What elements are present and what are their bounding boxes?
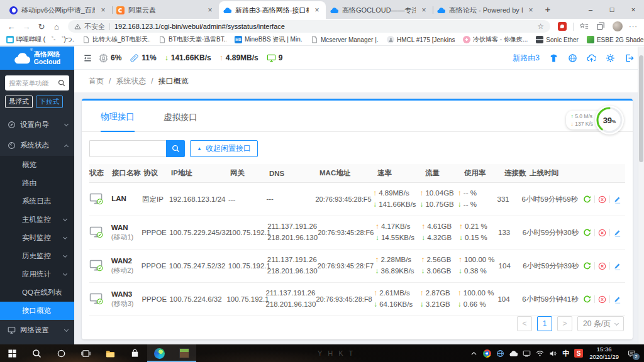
tab-close-icon[interactable]: ×	[206, 6, 214, 14]
cortana-button[interactable]	[49, 344, 74, 362]
task-view-button[interactable]	[74, 344, 98, 362]
browser-tab-baidu[interactable]: 移动ipv6公网ip申请_百度搜索 ×	[5, 1, 112, 19]
sidebar-item-host-monitor[interactable]: 主机监控	[0, 211, 74, 229]
bookmark-mcserver[interactable]: Mcserver Manager |...	[311, 36, 379, 43]
page-scrollbar[interactable]	[638, 47, 644, 344]
reconnect-icon[interactable]	[583, 229, 591, 237]
mode-dropdown-button[interactable]: 下拉式	[36, 96, 64, 108]
action-center-button[interactable]: 2	[625, 348, 638, 359]
sidebar-item-route[interactable]: 路由	[0, 174, 74, 192]
edit-icon[interactable]	[613, 229, 621, 237]
tray-expand-icon[interactable]	[470, 349, 478, 358]
edit-icon[interactable]	[613, 262, 621, 270]
sidebar-item-network[interactable]: 网络设置	[0, 320, 74, 341]
network-globe-icon[interactable]	[496, 349, 504, 358]
tab-close-icon[interactable]: ×	[313, 6, 321, 14]
sidebar-search-input[interactable]	[9, 79, 58, 87]
router-name-link[interactable]: 新路由3	[513, 53, 540, 63]
breadcrumb-home[interactable]: 首页	[89, 76, 104, 87]
scrollbar-thumb[interactable]	[639, 55, 643, 162]
more-menu-icon[interactable]: ···	[629, 23, 638, 30]
bookmark-btmovie[interactable]: BT电影天堂-迅雷BT...	[158, 35, 226, 44]
browser-tab-router-active[interactable]: 新路由3-高恪网络-接口概览 ×	[219, 1, 326, 19]
next-page-button[interactable]: >	[557, 316, 572, 331]
tab-close-icon[interactable]: ×	[419, 6, 428, 14]
add-favorite-star-icon[interactable]: ☆	[537, 22, 544, 31]
display-tray-icon[interactable]	[523, 349, 531, 358]
sidebar-item-syslog[interactable]: 系统日志	[0, 192, 74, 211]
collections-icon[interactable]	[596, 22, 605, 31]
browser-tab-gocloud-site[interactable]: 高恪GOCLOUD——专注于企业. ×	[326, 1, 433, 19]
favorites-bar-icon[interactable]	[580, 22, 589, 31]
mode-float-button[interactable]: 悬浮式	[5, 96, 33, 108]
sidebar-item-qq-online[interactable]: QQ在线列表	[0, 283, 74, 302]
sidebar-item-history-monitor[interactable]: 历史监控	[0, 247, 74, 265]
settings-gear-icon[interactable]	[606, 53, 615, 63]
breadcrumb-section[interactable]: 系统状态	[116, 76, 146, 87]
reconnect-icon[interactable]	[583, 262, 591, 270]
bookmark-lengyin[interactable]: 冷饮博客 - 你像疾...	[463, 35, 528, 44]
tab-physical-interface[interactable]: 物理接口	[101, 111, 135, 132]
window-close-button[interactable]: ×	[623, 0, 644, 19]
back-button[interactable]: ←	[4, 22, 19, 31]
collapse-idle-button[interactable]: ▲ 收起闲置接口	[190, 140, 258, 157]
sidebar-item-realtime-monitor[interactable]: 实时监控	[0, 229, 74, 247]
current-page-button[interactable]: 1	[537, 316, 552, 331]
reconnect-icon[interactable]	[583, 295, 591, 304]
chrome-tray-icon[interactable]	[483, 349, 491, 358]
start-button[interactable]	[0, 344, 25, 362]
disconnect-icon[interactable]	[598, 262, 606, 270]
edit-icon[interactable]	[613, 295, 621, 304]
tab-close-icon[interactable]: ×	[99, 6, 108, 14]
bookmark-bilibili[interactable]: 哔哩哔哩 ( ゜- ゜)つ...	[6, 35, 74, 44]
logout-icon[interactable]	[625, 53, 634, 63]
cloud-tray-icon[interactable]	[509, 349, 518, 358]
window-minimize-button[interactable]: –	[580, 0, 601, 19]
tab-close-icon[interactable]: ×	[526, 6, 535, 14]
file-explorer-button[interactable]	[98, 344, 123, 362]
bookmark-esbe[interactable]: ESBE 2G Shader | M...	[587, 36, 644, 43]
bookmark-sonicether[interactable]: Sonic Ether	[536, 36, 579, 43]
wifi-icon[interactable]	[536, 349, 544, 358]
extension-shield-icon[interactable]	[558, 22, 567, 31]
reconnect-icon[interactable]	[583, 195, 591, 204]
interface-search-button[interactable]	[166, 140, 185, 157]
bookmark-minebbs[interactable]: MBMineBBS 资讯 | Min...	[235, 35, 303, 44]
bookmark-btdaxiong[interactable]: 比特大雄_BT电影天...	[82, 35, 150, 44]
refresh-button[interactable]: ↻	[34, 22, 49, 31]
sidebar-item-wizard[interactable]: 设置向导	[0, 114, 74, 135]
edit-icon[interactable]	[613, 195, 621, 204]
bookmark-hmcl[interactable]: HMCL #175 [Jenkins]	[387, 36, 455, 43]
edge-taskbar-button[interactable]	[147, 344, 172, 362]
tab-virtual-interface[interactable]: 虚拟接口	[164, 112, 197, 131]
sidebar-item-interface-overview[interactable]: 接口概览	[0, 302, 74, 320]
browser-tab-forum[interactable]: 高恪论坛 - Powered by Discuz! ×	[433, 1, 540, 19]
forward-button[interactable]: →	[19, 22, 34, 31]
page-size-select[interactable]: 20 条/页	[577, 316, 624, 331]
globe-icon[interactable]	[568, 53, 577, 63]
store-button[interactable]	[123, 344, 147, 362]
window-maximize-button[interactable]: □	[601, 0, 623, 19]
ime-indicator[interactable]: 中	[562, 349, 569, 358]
sidebar-item-sysstatus[interactable]: 系统状态	[0, 135, 74, 156]
taskbar-search-button[interactable]	[25, 344, 49, 362]
cloud-sync-icon[interactable]	[587, 53, 596, 63]
theme-tshirt-icon[interactable]	[549, 53, 558, 63]
profile-avatar[interactable]	[613, 21, 623, 31]
taskbar-clock[interactable]: 15:36 2020/11/29	[589, 346, 619, 361]
prev-page-button[interactable]: <	[517, 316, 532, 331]
address-bar[interactable]: 不安全 192.168.123.1/cgi-bin/webui/admin#/s…	[68, 20, 550, 33]
disconnect-icon[interactable]	[598, 295, 606, 304]
interface-search-input[interactable]	[89, 140, 166, 157]
s-tray-icon[interactable]: S	[574, 349, 583, 358]
menu-fold-icon[interactable]	[83, 53, 92, 63]
sidebar-item-app-stats[interactable]: 应用统计	[0, 265, 74, 283]
home-button[interactable]: ⌂	[49, 22, 64, 31]
volume-icon[interactable]	[549, 349, 557, 358]
new-tab-button[interactable]: +	[540, 1, 556, 18]
sidebar-item-overview[interactable]: 概览	[0, 156, 74, 174]
minecraft-taskbar-button[interactable]	[172, 344, 196, 362]
browser-tab-aliyun[interactable]: 阿里云盘 ×	[112, 1, 219, 19]
disconnect-icon[interactable]	[598, 229, 606, 237]
disconnect-icon[interactable]	[598, 195, 606, 204]
